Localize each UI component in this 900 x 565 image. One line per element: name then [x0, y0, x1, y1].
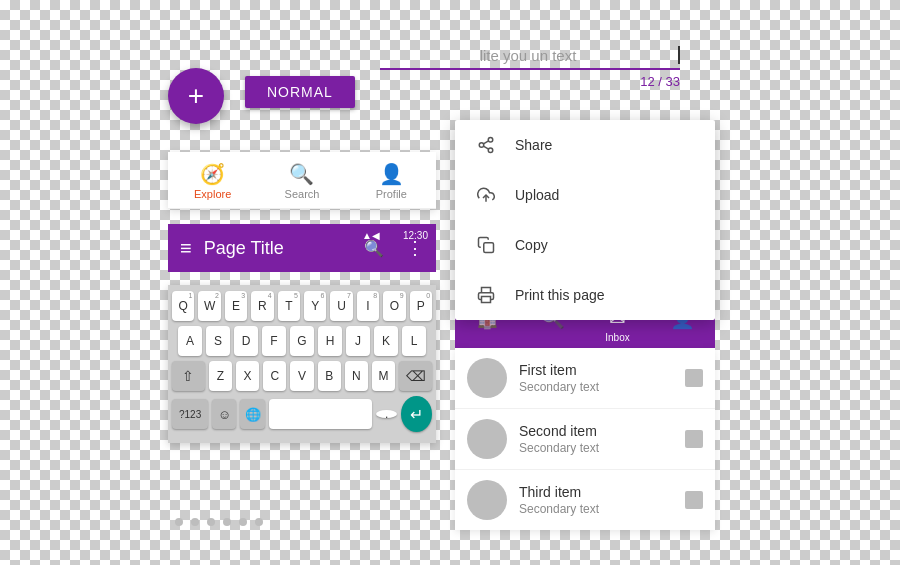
dot-3 — [207, 518, 215, 526]
key-w[interactable]: W2 — [198, 291, 220, 321]
key-e[interactable]: E3 — [225, 291, 247, 321]
upload-icon — [475, 184, 497, 206]
app-bar: ≡ ▲◀ 12:30 Page Title 🔍 ⋮ — [168, 224, 436, 272]
svg-line-4 — [483, 141, 488, 144]
key-o[interactable]: O9 — [383, 291, 405, 321]
avatar-1 — [467, 358, 507, 398]
key-s[interactable]: S — [206, 326, 230, 356]
time-display: 12:30 — [403, 230, 428, 241]
svg-point-2 — [488, 148, 493, 153]
num-key[interactable]: ?123 — [172, 399, 208, 429]
list-secondary-3: Secondary text — [519, 502, 673, 516]
search-icon[interactable]: 🔍 — [364, 239, 384, 258]
list-item-3[interactable]: Third item Secondary text — [455, 470, 715, 530]
dots-indicator — [175, 518, 263, 526]
profile-nav-icon: 👤 — [379, 162, 404, 186]
menu-item-upload[interactable]: Upload — [455, 170, 715, 220]
list-item-1[interactable]: First item Secondary text — [455, 348, 715, 409]
text-input-area: lite you un text 12 / 33 — [380, 42, 680, 89]
key-j[interactable]: J — [346, 326, 370, 356]
list-item-2[interactable]: Second item Secondary text — [455, 409, 715, 470]
key-i[interactable]: I8 — [357, 291, 379, 321]
key-l[interactable]: L — [402, 326, 426, 356]
checkbox-2[interactable] — [685, 430, 703, 448]
key-a[interactable]: A — [178, 326, 202, 356]
avatar-3 — [467, 480, 507, 520]
key-k[interactable]: K — [374, 326, 398, 356]
menu-item-print[interactable]: Print this page — [455, 270, 715, 320]
list-text-1: First item Secondary text — [519, 362, 673, 394]
backspace-key[interactable]: ⌫ — [399, 361, 432, 391]
nav-item-explore[interactable]: 🧭 Explore — [168, 152, 257, 208]
list-text-3: Third item Secondary text — [519, 484, 673, 516]
list-secondary-1: Secondary text — [519, 380, 673, 394]
list-secondary-2: Secondary text — [519, 441, 673, 455]
space-key[interactable] — [269, 399, 373, 429]
print-icon — [475, 284, 497, 306]
list-primary-3: Third item — [519, 484, 673, 500]
search-nav-icon: 🔍 — [289, 162, 314, 186]
signal-icons: ▲◀ — [362, 230, 380, 241]
enter-key[interactable]: ↵ — [401, 396, 432, 432]
svg-rect-7 — [482, 297, 491, 303]
input-placeholder-text: lite you un text — [380, 47, 676, 64]
emoji-key[interactable]: ☺ — [212, 399, 236, 429]
app-bar-title: Page Title — [204, 238, 352, 259]
text-cursor — [678, 46, 680, 64]
dot-2 — [191, 518, 199, 526]
key-n[interactable]: N — [345, 361, 368, 391]
svg-point-1 — [479, 143, 484, 148]
dot-1 — [175, 518, 183, 526]
svg-point-0 — [488, 138, 493, 143]
copy-icon — [475, 234, 497, 256]
dot-5 — [239, 518, 247, 526]
key-r[interactable]: R4 — [251, 291, 273, 321]
key-q[interactable]: Q1 — [172, 291, 194, 321]
keyboard: Q1 W2 E3 R4 T5 Y6 U7 I8 O9 P0 A S D F G … — [168, 285, 436, 443]
avatar-2 — [467, 419, 507, 459]
key-b[interactable]: B — [318, 361, 341, 391]
key-v[interactable]: V — [290, 361, 313, 391]
bottom-navigation: 🧭 Explore 🔍 Search 👤 Profile — [168, 152, 436, 209]
list-container: First item Secondary text Second item Se… — [455, 348, 715, 530]
explore-icon: 🧭 — [200, 162, 225, 186]
key-d[interactable]: D — [234, 326, 258, 356]
key-m[interactable]: M — [372, 361, 395, 391]
add-icon: + — [188, 80, 204, 112]
fab-button[interactable]: + — [168, 68, 224, 124]
key-x[interactable]: X — [236, 361, 259, 391]
text-counter: 12 / 33 — [380, 74, 680, 89]
key-y[interactable]: Y6 — [304, 291, 326, 321]
key-h[interactable]: H — [318, 326, 342, 356]
list-primary-2: Second item — [519, 423, 673, 439]
globe-key[interactable]: 🌐 — [240, 399, 264, 429]
key-g[interactable]: G — [290, 326, 314, 356]
shift-key[interactable]: ⇧ — [172, 361, 205, 391]
period-key[interactable]: . — [376, 410, 397, 418]
key-z[interactable]: Z — [209, 361, 232, 391]
svg-rect-6 — [484, 243, 494, 253]
hamburger-icon[interactable]: ≡ — [180, 237, 192, 260]
share-icon — [475, 134, 497, 156]
nav-item-search[interactable]: 🔍 Search — [257, 152, 346, 208]
list-primary-1: First item — [519, 362, 673, 378]
context-menu: Share Upload Copy Print this page — [455, 120, 715, 320]
list-text-2: Second item Secondary text — [519, 423, 673, 455]
key-f[interactable]: F — [262, 326, 286, 356]
normal-button[interactable]: NORMAL — [245, 76, 355, 108]
key-t[interactable]: T5 — [278, 291, 300, 321]
checkbox-1[interactable] — [685, 369, 703, 387]
key-u[interactable]: U7 — [330, 291, 352, 321]
dot-6 — [255, 518, 263, 526]
svg-line-3 — [483, 146, 488, 149]
key-c[interactable]: C — [263, 361, 286, 391]
checkbox-3[interactable] — [685, 491, 703, 509]
menu-item-copy[interactable]: Copy — [455, 220, 715, 270]
dot-4 — [223, 518, 231, 526]
key-p[interactable]: P0 — [410, 291, 432, 321]
menu-item-share[interactable]: Share — [455, 120, 715, 170]
nav-item-profile[interactable]: 👤 Profile — [347, 152, 436, 208]
